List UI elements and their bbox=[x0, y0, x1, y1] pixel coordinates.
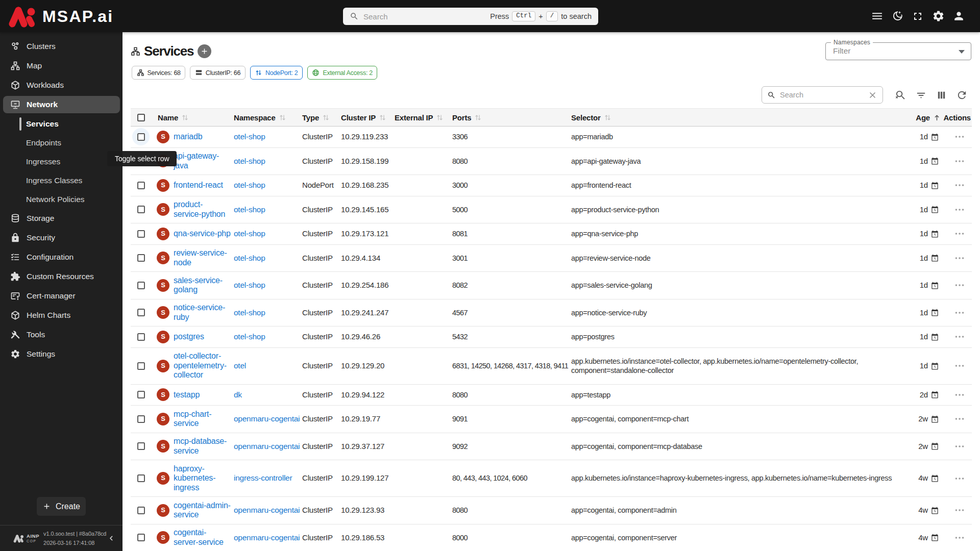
fullscreen-icon[interactable] bbox=[908, 6, 928, 27]
sidebar-subitem-endpoints[interactable]: Endpoints bbox=[0, 133, 122, 152]
sidebar-item-network[interactable]: Network bbox=[0, 95, 122, 114]
table-row[interactable]: S product-service-python otel-shop Clust… bbox=[131, 196, 972, 223]
namespace-link[interactable]: otel-shop bbox=[234, 308, 265, 317]
chip-services-68[interactable]: Services: 68 bbox=[132, 66, 185, 80]
service-name-link[interactable]: mariadb bbox=[174, 132, 202, 142]
row-checkbox[interactable] bbox=[137, 507, 145, 514]
column-header-type[interactable]: Type bbox=[301, 109, 340, 127]
service-name-link[interactable]: api-gateway-java bbox=[174, 152, 231, 170]
sidebar-item-helm-charts[interactable]: Helm Charts bbox=[0, 306, 122, 325]
namespace-link[interactable]: otel bbox=[234, 361, 246, 370]
service-name-link[interactable]: otel-collector-opentelemetry-collector bbox=[174, 352, 231, 380]
namespace-link[interactable]: openmaru-cogentai bbox=[234, 414, 300, 423]
table-row[interactable]: S mcp-chart-service openmaru-cogentai Cl… bbox=[131, 406, 972, 433]
namespace-link[interactable]: otel-shop bbox=[234, 205, 265, 214]
sidebar-item-custom-resources[interactable]: Custom Resources bbox=[0, 267, 122, 286]
namespace-link[interactable]: openmaru-cogentai bbox=[234, 506, 300, 514]
row-actions-menu[interactable] bbox=[941, 389, 972, 401]
row-checkbox[interactable] bbox=[137, 133, 145, 141]
account-icon[interactable] bbox=[948, 6, 969, 27]
table-row[interactable]: S qna-service-php otel-shop ClusterIP 10… bbox=[131, 223, 972, 245]
chip-clusterip-66[interactable]: ClusterIP: 66 bbox=[190, 66, 245, 80]
namespace-link[interactable]: openmaru-cogentai bbox=[234, 533, 300, 542]
service-name-link[interactable]: qna-service-php bbox=[174, 229, 231, 239]
sidebar-subitem-services[interactable]: Services bbox=[0, 114, 122, 133]
namespace-link[interactable]: otel-shop bbox=[234, 281, 265, 289]
clear-search-icon[interactable] bbox=[868, 90, 877, 100]
namespace-link[interactable]: otel-shop bbox=[234, 332, 265, 341]
sidebar-item-workloads[interactable]: Workloads bbox=[0, 76, 122, 95]
service-name-link[interactable]: cogentai-admin-service bbox=[174, 501, 231, 520]
table-row[interactable]: S testapp dk ClusterIP 10.29.94.122 8080… bbox=[131, 384, 972, 406]
row-actions-menu[interactable] bbox=[941, 532, 972, 544]
sidebar-subitem-ingresses[interactable]: Ingresses bbox=[0, 152, 122, 171]
service-name-link[interactable]: postgres bbox=[174, 332, 204, 342]
row-actions-menu[interactable] bbox=[941, 279, 972, 291]
namespaces-filter-select[interactable]: Namespaces Filter bbox=[825, 42, 971, 60]
table-row[interactable]: S api-gateway-java otel-shop ClusterIP 1… bbox=[131, 147, 972, 175]
row-actions-menu[interactable] bbox=[941, 228, 972, 240]
row-checkbox[interactable] bbox=[137, 309, 145, 316]
table-row[interactable]: S review-service-node otel-shop ClusterI… bbox=[131, 244, 972, 272]
table-search-input[interactable]: Search bbox=[762, 86, 883, 104]
row-actions-menu[interactable] bbox=[941, 252, 972, 264]
column-header-name[interactable]: Name bbox=[151, 109, 233, 127]
column-header-ports[interactable]: Ports bbox=[451, 109, 570, 127]
service-name-link[interactable]: mcp-chart-service bbox=[174, 410, 231, 429]
column-header-selector[interactable]: Selector bbox=[570, 109, 903, 127]
row-checkbox[interactable] bbox=[137, 534, 145, 541]
table-row[interactable]: S postgres otel-shop ClusterIP 10.29.46.… bbox=[131, 327, 972, 348]
chip-nodeport-2[interactable]: NodePort: 2 bbox=[250, 66, 303, 80]
namespace-link[interactable]: otel-shop bbox=[234, 229, 265, 238]
namespace-link[interactable]: otel-shop bbox=[234, 181, 265, 189]
table-row[interactable]: S otel-collector-opentelemetry-collector… bbox=[131, 347, 972, 384]
column-header-external-ip[interactable]: External IP bbox=[394, 109, 451, 127]
table-row[interactable]: S sales-service-golang otel-shop Cluster… bbox=[131, 272, 972, 299]
sidebar-item-map[interactable]: Map bbox=[0, 56, 122, 76]
select-all-checkbox[interactable] bbox=[137, 114, 145, 121]
table-row[interactable]: S frontend-react otel-shop NodePort 10.2… bbox=[131, 175, 972, 196]
service-name-link[interactable]: product-service-python bbox=[174, 200, 226, 219]
dark-mode-icon[interactable] bbox=[887, 6, 908, 27]
column-header-cluster-ip[interactable]: Cluster IP bbox=[340, 109, 394, 127]
row-checkbox[interactable] bbox=[137, 254, 145, 262]
sidebar-item-storage[interactable]: Storage bbox=[0, 209, 122, 228]
sidebar-item-security[interactable]: Security bbox=[0, 228, 122, 247]
service-name-link[interactable]: frontend-react bbox=[174, 181, 223, 190]
filter-icon[interactable] bbox=[911, 85, 931, 105]
row-checkbox[interactable] bbox=[137, 230, 145, 238]
sidebar-item-settings[interactable]: Settings bbox=[0, 344, 122, 364]
app-logo[interactable]: MSAP.ai bbox=[8, 5, 113, 28]
service-name-link[interactable]: mcp-database-service bbox=[174, 437, 231, 456]
table-row[interactable]: S mariadb otel-shop ClusterIP 10.29.119.… bbox=[131, 127, 972, 148]
row-actions-menu[interactable] bbox=[941, 307, 972, 319]
sidebar-item-clusters[interactable]: Clusters bbox=[0, 37, 122, 56]
row-actions-menu[interactable] bbox=[941, 179, 972, 191]
table-row[interactable]: S notice-service-ruby otel-shop ClusterI… bbox=[131, 299, 972, 327]
row-checkbox[interactable] bbox=[137, 442, 145, 450]
refresh-icon[interactable] bbox=[951, 85, 972, 105]
sidebar-subitem-ingress-classes[interactable]: Ingress Classes bbox=[0, 171, 122, 190]
columns-icon[interactable] bbox=[931, 85, 951, 105]
table-row[interactable]: S cogentai-server-service openmaru-cogen… bbox=[131, 524, 972, 551]
row-checkbox[interactable] bbox=[137, 182, 145, 189]
sidebar-subitem-network-policies[interactable]: Network Policies bbox=[0, 190, 122, 209]
table-row[interactable]: S cogentai-admin-service openmaru-cogent… bbox=[131, 497, 972, 524]
namespace-link[interactable]: otel-shop bbox=[234, 254, 265, 262]
row-checkbox[interactable] bbox=[137, 206, 145, 213]
sidebar-item-configuration[interactable]: Configuration bbox=[0, 247, 122, 267]
service-name-link[interactable]: haproxy-kubernetes-ingress bbox=[174, 464, 231, 493]
service-name-link[interactable]: notice-service-ruby bbox=[174, 303, 231, 322]
row-actions-menu[interactable] bbox=[941, 360, 972, 372]
row-checkbox[interactable] bbox=[137, 415, 145, 423]
settings-icon[interactable] bbox=[928, 6, 948, 27]
row-checkbox[interactable] bbox=[137, 474, 145, 482]
sidebar-item-cert-manager[interactable]: Cert-manager bbox=[0, 286, 122, 306]
row-checkbox[interactable] bbox=[137, 333, 145, 341]
table-row[interactable]: S haproxy-kubernetes-ingress ingress-con… bbox=[131, 460, 972, 497]
row-checkbox[interactable] bbox=[137, 391, 145, 398]
row-actions-menu[interactable] bbox=[941, 504, 972, 516]
collapse-sidebar-icon[interactable] bbox=[107, 534, 115, 542]
sidebar-item-tools[interactable]: Tools bbox=[0, 325, 122, 344]
chip-external-access-2[interactable]: External Access: 2 bbox=[307, 66, 377, 80]
